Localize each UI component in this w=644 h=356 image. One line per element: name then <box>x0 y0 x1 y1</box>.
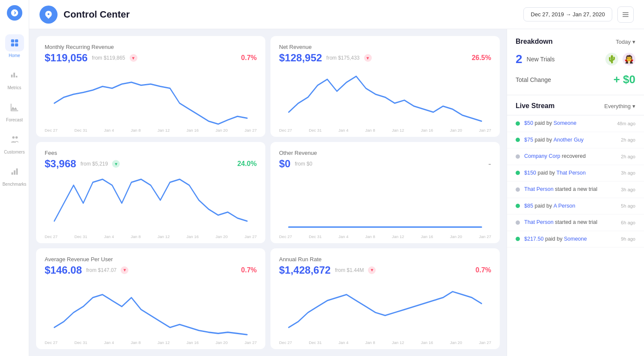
stream-text: $50 paid by Someone <box>524 120 613 127</box>
x-label: Jan 8 <box>365 234 375 239</box>
x-label: Dec 31 <box>309 340 322 345</box>
chart-title: Fees <box>45 150 257 156</box>
stream-dot <box>516 171 520 175</box>
stream-item: That Person started a new trial 6h ago <box>507 214 644 231</box>
avatar-1: 🌵 <box>605 53 618 66</box>
x-label: Jan 8 <box>131 234 141 239</box>
charts-grid: Monthly Recurring Revenue $119,056 from … <box>29 29 507 356</box>
svg-point-4 <box>12 136 15 139</box>
change-arrow: ▼ <box>364 54 372 62</box>
chart-title: Average Revenue Per User <box>45 256 257 262</box>
sidebar-item-customers[interactable]: Customers <box>0 127 29 158</box>
stream-link[interactable]: A Person <box>553 203 575 209</box>
stream-item: $217.50 paid by Someone 9h ago <box>507 231 644 248</box>
stream-link[interactable]: Company Corp <box>524 153 560 159</box>
x-label: Jan 20 <box>450 340 462 345</box>
stream-link[interactable]: That Person <box>556 170 586 176</box>
stream-item: $75 paid by Another Guy 2h ago <box>507 132 644 149</box>
chart-svg <box>279 67 491 127</box>
x-label: Jan 4 <box>338 128 348 133</box>
stream-link[interactable]: $217.50 <box>524 236 544 242</box>
stream-text: $217.50 paid by Someone <box>524 235 617 243</box>
x-labels: Dec 27Dec 31Jan 4Jan 8Jan 12Jan 16Jan 20… <box>45 339 257 345</box>
chart-value-row: $0 from $0 - <box>279 158 491 170</box>
stream-link[interactable]: Someone <box>553 120 577 126</box>
chart-change: - <box>488 159 491 169</box>
x-label: Jan 27 <box>479 340 491 345</box>
chart-title: Monthly Recurring Revenue <box>45 44 257 50</box>
x-label: Jan 4 <box>338 234 348 239</box>
svg-point-5 <box>15 136 18 139</box>
sidebar-item-benchmarks[interactable]: Benchmarks <box>0 160 29 190</box>
stream-list: $50 paid by Someone 48m ago $75 paid by … <box>507 115 644 356</box>
x-labels: Dec 27Dec 31Jan 4Jan 8Jan 12Jan 16Jan 20… <box>45 127 257 133</box>
chart-change: 0.7% <box>476 266 491 274</box>
stream-text: $150 paid by That Person <box>524 169 617 177</box>
x-label: Jan 8 <box>131 128 141 133</box>
breakdown-filter[interactable]: Today ▾ <box>616 39 635 45</box>
date-range-button[interactable]: Dec 27, 2019 → Jan 27, 2020 <box>523 7 612 21</box>
svg-rect-1 <box>15 39 18 42</box>
stream-link[interactable]: $50 <box>524 120 533 126</box>
chart-change: 26.5% <box>472 54 491 62</box>
chart-from: from $147.07 <box>86 267 117 273</box>
stream-item: $50 paid by Someone 48m ago <box>507 115 644 132</box>
stream-link[interactable]: Another Guy <box>553 137 583 143</box>
stream-item: That Person started a new trial 3h ago <box>507 181 644 198</box>
live-stream-title: Live Stream <box>516 102 555 110</box>
change-arrow: ▼ <box>368 266 376 274</box>
sidebar-item-forecast[interactable]: Forecast <box>0 95 29 126</box>
date-range-text: Dec 27, 2019 → Jan 27, 2020 <box>531 11 605 18</box>
live-stream-header: Live Stream Everything ▾ <box>507 95 644 115</box>
chart-card-arr: Annual Run Rate $1,428,672 from $1.44M ▼… <box>270 248 500 349</box>
breakdown-header: Breakdown Today ▾ <box>516 38 635 45</box>
change-arrow: ▼ <box>130 54 137 62</box>
header-title: Control Center <box>64 9 523 20</box>
trials-count: 2 <box>516 52 522 66</box>
change-arrow: ▼ <box>112 160 120 168</box>
x-label: Jan 20 <box>216 128 228 133</box>
chart-value: $146.08 <box>45 264 82 276</box>
stream-time: 5h ago <box>621 203 635 208</box>
stream-link[interactable]: That Person <box>524 219 553 225</box>
x-label: Jan 8 <box>131 340 141 345</box>
new-trials-row: 2 New Trials 🌵 🧛 <box>516 52 635 66</box>
x-label: Jan 12 <box>392 340 404 345</box>
chart-value-row: $1,428,672 from $1.44M ▼0.7% <box>279 264 491 276</box>
stream-text: That Person started a new trial <box>524 219 617 226</box>
chart-value-row: $128,952 from $175,433 ▼26.5% <box>279 52 491 64</box>
stream-link[interactable]: $150 <box>524 170 536 176</box>
stream-time: 2h ago <box>621 137 635 142</box>
x-label: Dec 27 <box>279 128 292 133</box>
x-labels: Dec 27Dec 31Jan 4Jan 8Jan 12Jan 16Jan 20… <box>279 233 491 239</box>
sidebar-item-metrics[interactable]: Metrics <box>0 63 29 94</box>
x-labels: Dec 27Dec 31Jan 4Jan 8Jan 12Jan 16Jan 20… <box>45 233 257 239</box>
stream-link[interactable]: Someone <box>564 236 587 242</box>
x-labels: Dec 27Dec 31Jan 4Jan 8Jan 12Jan 16Jan 20… <box>279 127 491 133</box>
total-change-row: Total Change + $0 <box>516 73 635 86</box>
stream-link[interactable]: That Person <box>524 186 553 192</box>
change-arrow: ▼ <box>121 266 128 274</box>
chart-value: $0 <box>279 158 291 170</box>
chart-svg <box>45 280 257 339</box>
sidebar-item-home[interactable]: Home <box>0 31 29 61</box>
x-label: Dec 27 <box>45 128 58 133</box>
x-label: Jan 4 <box>104 128 114 133</box>
menu-button[interactable] <box>617 6 634 23</box>
stream-link[interactable]: $75 <box>524 137 533 143</box>
chart-from: from $119,865 <box>92 55 125 61</box>
breakdown-title: Breakdown <box>516 38 553 45</box>
stream-link[interactable]: $85 <box>524 203 533 209</box>
x-label: Jan 16 <box>421 128 433 133</box>
x-label: Jan 4 <box>104 234 114 239</box>
stream-dot <box>516 237 520 241</box>
svg-rect-6 <box>11 172 13 175</box>
live-stream-filter[interactable]: Everything ▾ <box>605 103 635 109</box>
x-label: Dec 31 <box>74 128 87 133</box>
chart-svg <box>45 173 257 233</box>
stream-time: 48m ago <box>617 121 635 126</box>
x-label: Jan 27 <box>244 234 257 239</box>
x-labels: Dec 27Dec 31Jan 4Jan 8Jan 12Jan 16Jan 20… <box>279 339 491 345</box>
total-change-value: + $0 <box>614 73 635 86</box>
sidebar-item-metrics-label: Metrics <box>7 85 21 90</box>
